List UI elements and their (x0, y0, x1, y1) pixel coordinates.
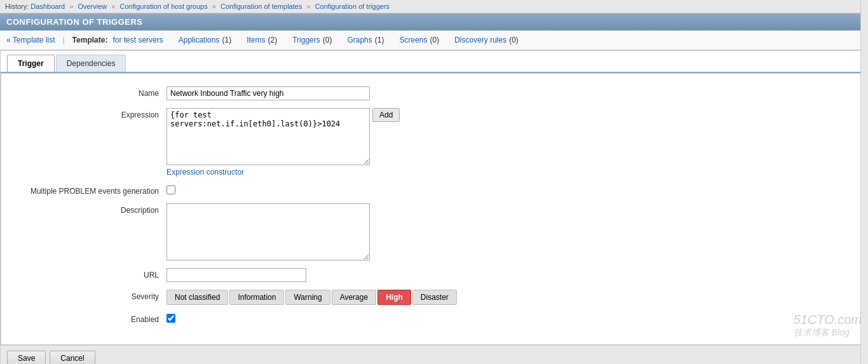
nav-items-link[interactable]: Items (247, 36, 265, 44)
multiple-problem-label: Multiple PROBLEM events generation (8, 184, 166, 196)
breadcrumb-sep-4: » (306, 3, 310, 10)
description-textarea[interactable] (166, 203, 370, 260)
template-list-link[interactable]: « Template list (6, 36, 55, 44)
severity-not-classified[interactable]: Not classified (166, 290, 228, 305)
expression-field: Add Expression constructor (166, 108, 860, 177)
nav-graphs-link[interactable]: Graphs (347, 36, 372, 44)
url-label: URL (8, 268, 166, 280)
watermark-line1: 51CTO.com (794, 313, 862, 327)
content-wrapper: Trigger Dependencies Name Expression Add… (0, 50, 868, 364)
cancel-button[interactable]: Cancel (50, 351, 95, 364)
tab-dependencies[interactable]: Dependencies (56, 55, 126, 72)
breadcrumb-dashboard[interactable]: Dashboard (31, 3, 65, 10)
url-input[interactable] (166, 268, 306, 282)
breadcrumb-sep-2: » (111, 3, 115, 10)
nav-triggers-count: (0) (323, 36, 332, 44)
enabled-field (166, 313, 860, 323)
severity-average[interactable]: Average (332, 290, 376, 305)
nav-applications-link[interactable]: Applications (179, 36, 220, 44)
bottom-bar: Save Cancel (1, 345, 867, 364)
nav-screens-count: (0) (430, 36, 439, 44)
description-field (166, 203, 860, 260)
watermark-line2: 技术博客 Blog (794, 327, 862, 339)
nav-screens-link[interactable]: Screens (399, 36, 427, 44)
expression-constructor-link[interactable]: Expression constructor (166, 168, 244, 177)
enabled-row: Enabled (8, 313, 860, 324)
breadcrumb: History: Dashboard » Overview » Configur… (0, 0, 868, 13)
template-label: Template: (72, 36, 108, 44)
breadcrumb-overview[interactable]: Overview (78, 3, 107, 10)
tabs: Trigger Dependencies (1, 55, 867, 73)
tab-trigger[interactable]: Trigger (7, 55, 55, 72)
template-value-link[interactable]: for test servers (112, 36, 163, 44)
name-field (166, 86, 860, 100)
expression-textarea[interactable] (166, 108, 370, 165)
page-header: Configuration of Triggers (0, 13, 868, 30)
breadcrumb-prefix: History: (5, 3, 29, 10)
name-row: Name (8, 86, 860, 100)
save-button[interactable]: Save (7, 351, 46, 364)
severity-label: Severity (8, 290, 166, 301)
main-form: Name Expression Add Expression construct… (1, 73, 867, 345)
name-label: Name (8, 86, 166, 98)
nav-applications-count: (1) (222, 36, 231, 44)
severity-high[interactable]: High (377, 290, 411, 305)
severity-disaster[interactable]: Disaster (412, 290, 457, 305)
nav-items-count: (2) (268, 36, 278, 44)
breadcrumb-sep-1: » (69, 3, 73, 10)
expression-row: Expression Add Expression constructor (8, 108, 860, 177)
add-button[interactable]: Add (372, 108, 400, 122)
enabled-label: Enabled (8, 313, 166, 324)
nav-bar: « Template list | Template: for test ser… (0, 30, 868, 50)
expression-label: Expression (8, 108, 166, 119)
nav-graphs-count: (1) (375, 36, 384, 44)
breadcrumb-triggers[interactable]: Configuration of triggers (315, 3, 390, 10)
severity-warning[interactable]: Warning (285, 290, 330, 305)
name-input[interactable] (166, 86, 370, 100)
enabled-checkbox[interactable] (166, 314, 175, 323)
breadcrumb-host-groups[interactable]: Configuration of host groups (120, 3, 208, 10)
multiple-problem-field (166, 184, 860, 194)
scrollbar[interactable] (860, 0, 868, 364)
description-label: Description (8, 203, 166, 215)
url-field (166, 268, 860, 282)
nav-triggers-link[interactable]: Triggers (292, 36, 320, 44)
url-row: URL (8, 268, 860, 282)
severity-row: Severity Not classified Information Warn… (8, 290, 860, 305)
breadcrumb-sep-3: » (212, 3, 216, 10)
nav-discovery-count: (0) (509, 36, 519, 44)
severity-information[interactable]: Information (229, 290, 284, 305)
severity-field: Not classified Information Warning Avera… (166, 290, 860, 305)
multiple-problem-row: Multiple PROBLEM events generation (8, 184, 860, 196)
description-row: Description (8, 203, 860, 260)
watermark: 51CTO.com 技术博客 Blog (794, 313, 862, 339)
nav-discovery-link[interactable]: Discovery rules (454, 36, 506, 44)
multiple-problem-checkbox[interactable] (166, 185, 175, 194)
breadcrumb-templates[interactable]: Configuration of templates (220, 3, 302, 10)
